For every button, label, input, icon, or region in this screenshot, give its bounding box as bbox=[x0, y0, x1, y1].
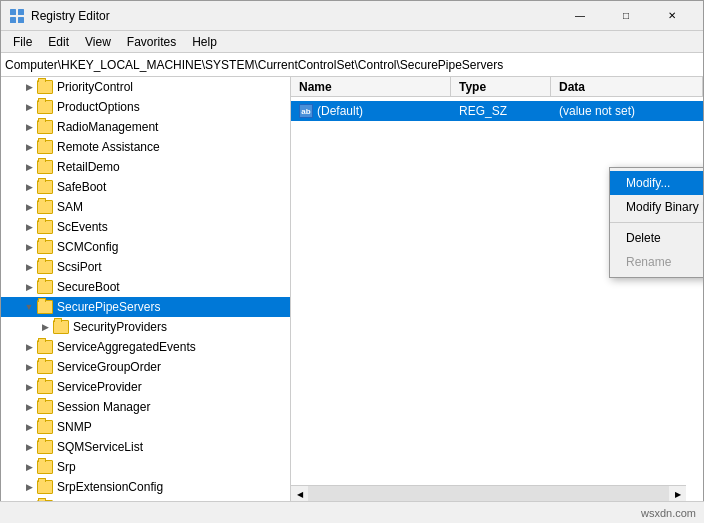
menu-item-edit[interactable]: Edit bbox=[40, 33, 77, 51]
tree-expander[interactable]: ▶ bbox=[21, 219, 37, 235]
tree-item[interactable]: ▶SafeBoot bbox=[1, 177, 290, 197]
tree-label: RadioManagement bbox=[57, 120, 158, 134]
menu-item-help[interactable]: Help bbox=[184, 33, 225, 51]
tree-item[interactable]: ▶RetailDemo bbox=[1, 157, 290, 177]
tree-expander[interactable]: ▶ bbox=[21, 179, 37, 195]
tree-item[interactable]: ▶SrpExtensionConfig bbox=[1, 477, 290, 497]
tree-expander[interactable]: ▶ bbox=[21, 159, 37, 175]
tree-item[interactable]: ▶ScsiPort bbox=[1, 257, 290, 277]
tree-item[interactable]: ▶SQMServiceList bbox=[1, 437, 290, 457]
tree-expander[interactable]: ▶ bbox=[37, 319, 53, 335]
cell-name: ab(Default) bbox=[291, 104, 451, 118]
right-header: Name Type Data bbox=[291, 77, 703, 97]
tree-item[interactable]: ▶ServiceAggregatedEvents bbox=[1, 337, 290, 357]
folder-icon bbox=[37, 260, 53, 274]
right-content: ab(Default)REG_SZ(value not set) bbox=[291, 97, 703, 125]
folder-icon bbox=[37, 240, 53, 254]
tree-label: PriorityControl bbox=[57, 80, 133, 94]
folder-icon bbox=[37, 200, 53, 214]
tree-expander[interactable]: ▶ bbox=[21, 279, 37, 295]
folder-icon bbox=[37, 140, 53, 154]
main-area: ▶PriorityControl▶ProductOptions▶RadioMan… bbox=[1, 77, 703, 502]
context-menu-item[interactable]: Delete bbox=[610, 226, 703, 250]
folder-icon bbox=[37, 120, 53, 134]
folder-icon bbox=[37, 100, 53, 114]
folder-icon bbox=[37, 400, 53, 414]
tree-item[interactable]: ▶RadioManagement bbox=[1, 117, 290, 137]
tree-item[interactable]: ▶ScEvents bbox=[1, 217, 290, 237]
tree-item[interactable]: ▶Srp bbox=[1, 457, 290, 477]
tree-expander[interactable]: ▶ bbox=[21, 199, 37, 215]
tree-expander[interactable]: ▶ bbox=[21, 139, 37, 155]
tree-expander[interactable]: ▶ bbox=[21, 259, 37, 275]
menu-item-view[interactable]: View bbox=[77, 33, 119, 51]
tree-item[interactable]: ▶SecurityProviders bbox=[1, 317, 290, 337]
svg-rect-1 bbox=[18, 9, 24, 15]
tree-label: ScsiPort bbox=[57, 260, 102, 274]
tree-expander[interactable]: ▶ bbox=[21, 479, 37, 495]
tree-expander[interactable]: ▶ bbox=[21, 459, 37, 475]
cell-name-text: (Default) bbox=[317, 104, 363, 118]
bottom-hscroll: ◀ ▶ bbox=[291, 485, 686, 502]
bottom-scroll-thumb[interactable] bbox=[308, 486, 669, 502]
folder-icon bbox=[37, 480, 53, 494]
tree-pane: ▶PriorityControl▶ProductOptions▶RadioMan… bbox=[1, 77, 291, 502]
title-bar: Registry Editor — □ ✕ bbox=[1, 1, 703, 31]
context-menu-item[interactable]: Modify Binary Data... bbox=[610, 195, 703, 219]
folder-icon bbox=[37, 360, 53, 374]
tree-expander[interactable]: ▶ bbox=[21, 99, 37, 115]
svg-rect-3 bbox=[18, 17, 24, 23]
folder-icon bbox=[37, 160, 53, 174]
folder-icon bbox=[37, 180, 53, 194]
tree-item[interactable]: ▶PriorityControl bbox=[1, 77, 290, 97]
context-menu: Modify...Modify Binary Data...DeleteRena… bbox=[609, 167, 703, 278]
context-menu-item[interactable]: Modify... bbox=[610, 171, 703, 195]
tree-expander[interactable]: ▶ bbox=[21, 339, 37, 355]
tree-label: ServiceAggregatedEvents bbox=[57, 340, 196, 354]
bottom-scroll-right[interactable]: ▶ bbox=[669, 486, 686, 503]
watermark: wsxdn.com bbox=[641, 507, 696, 519]
tree-label: ServiceGroupOrder bbox=[57, 360, 161, 374]
tree-expander[interactable]: ▶ bbox=[21, 239, 37, 255]
tree-scroll[interactable]: ▶PriorityControl▶ProductOptions▶RadioMan… bbox=[1, 77, 290, 502]
tree-label: SecureBoot bbox=[57, 280, 120, 294]
tree-item[interactable]: ▶ServiceGroupOrder bbox=[1, 357, 290, 377]
col-data: Data bbox=[551, 77, 703, 96]
col-name: Name bbox=[291, 77, 451, 96]
tree-item[interactable]: ▶SCMConfig bbox=[1, 237, 290, 257]
close-button[interactable]: ✕ bbox=[649, 1, 695, 31]
tree-expander[interactable]: ▶ bbox=[21, 419, 37, 435]
tree-item[interactable]: ▶ProductOptions bbox=[1, 97, 290, 117]
tree-item[interactable]: ▶SAM bbox=[1, 197, 290, 217]
tree-expander[interactable]: ▶ bbox=[21, 379, 37, 395]
minimize-button[interactable]: — bbox=[557, 1, 603, 31]
tree-item[interactable]: ▶SecureBoot bbox=[1, 277, 290, 297]
folder-icon bbox=[37, 440, 53, 454]
tree-expander[interactable]: ▶ bbox=[21, 359, 37, 375]
tree-label: Session Manager bbox=[57, 400, 150, 414]
reg-value-icon: ab bbox=[299, 104, 313, 118]
tree-label: SecurityProviders bbox=[73, 320, 167, 334]
tree-label: ProductOptions bbox=[57, 100, 140, 114]
folder-icon bbox=[53, 320, 69, 334]
tree-expander[interactable]: ▶ bbox=[21, 439, 37, 455]
tree-item[interactable]: ▶ServiceProvider bbox=[1, 377, 290, 397]
tree-expander[interactable]: ▶ bbox=[21, 79, 37, 95]
folder-icon bbox=[37, 380, 53, 394]
bottom-scroll-left[interactable]: ◀ bbox=[291, 486, 308, 503]
table-row[interactable]: ab(Default)REG_SZ(value not set) bbox=[291, 101, 703, 121]
maximize-button[interactable]: □ bbox=[603, 1, 649, 31]
tree-item[interactable]: ▶Remote Assistance bbox=[1, 137, 290, 157]
tree-label: SNMP bbox=[57, 420, 92, 434]
tree-item[interactable]: ▶SNMP bbox=[1, 417, 290, 437]
context-menu-item: Rename bbox=[610, 250, 703, 274]
tree-item[interactable]: ▼SecurePipeServers bbox=[1, 297, 290, 317]
svg-rect-2 bbox=[10, 17, 16, 23]
tree-expander[interactable]: ▼ bbox=[21, 299, 37, 315]
tree-expander[interactable]: ▶ bbox=[21, 399, 37, 415]
menu-item-favorites[interactable]: Favorites bbox=[119, 33, 184, 51]
tree-expander[interactable]: ▶ bbox=[21, 119, 37, 135]
tree-item[interactable]: ▶Session Manager bbox=[1, 397, 290, 417]
menu-item-file[interactable]: File bbox=[5, 33, 40, 51]
app-icon bbox=[9, 8, 25, 24]
